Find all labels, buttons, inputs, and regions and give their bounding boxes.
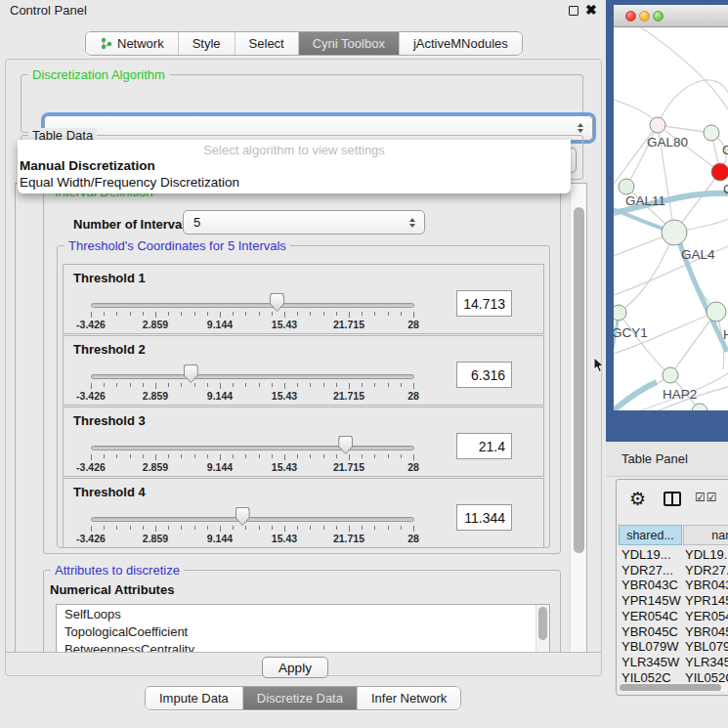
- popup-option[interactable]: Equal Width/Frequency Discretization: [18, 174, 571, 191]
- tab-style[interactable]: Style: [179, 32, 236, 55]
- threshold-label: Threshold 1: [73, 271, 146, 285]
- slider-handle[interactable]: [236, 507, 250, 526]
- tab-infer-network[interactable]: Infer Network: [358, 687, 460, 709]
- slider-tick: [388, 312, 389, 316]
- slider-tick: [272, 454, 273, 458]
- network-node[interactable]: [619, 179, 634, 194]
- cell-shared-name: YPR145W: [621, 593, 681, 608]
- tab-discretize-data[interactable]: Discretize Data: [243, 687, 358, 709]
- slider-tick: [349, 526, 350, 532]
- table-row[interactable]: YDL19...YDL19...: [617, 547, 728, 563]
- popup-options: Manual DiscretizationEqual Width/Frequen…: [18, 157, 571, 191]
- select-columns-icon[interactable]: ☑☑: [695, 491, 718, 504]
- slider-handle[interactable]: [338, 436, 353, 454]
- column-header-shared-name[interactable]: shared...: [619, 525, 682, 545]
- slider-scale-label: 9.144: [207, 390, 233, 402]
- slider-scale-label: 28: [407, 390, 419, 402]
- slider-tick: [272, 312, 273, 316]
- slider-tick: [310, 383, 311, 387]
- attribute-list-item[interactable]: SelfLoops: [57, 605, 549, 622]
- network-node[interactable]: [662, 220, 687, 245]
- threshold-value-field[interactable]: 14.713: [456, 290, 512, 317]
- slider-track[interactable]: [91, 303, 414, 308]
- slider-tick: [297, 526, 298, 530]
- threshold-label: Threshold 2: [73, 342, 146, 357]
- table-row[interactable]: YPR145WYPR145W: [617, 593, 728, 609]
- slider-tick: [233, 454, 234, 458]
- column-header-name[interactable]: name: [683, 525, 728, 545]
- close-icon[interactable]: ✖: [585, 2, 597, 18]
- attributes-scrollbar[interactable]: [535, 605, 549, 653]
- zoom-traffic-light-icon[interactable]: [653, 11, 664, 21]
- slider-tick: [413, 454, 414, 460]
- slider-scale-label: 28: [407, 533, 419, 544]
- threshold-box: Threshold 1-3.4262.8599.14415.4321.71528…: [63, 264, 544, 334]
- threshold-box: Threshold 3-3.4262.8599.14415.4321.71528…: [63, 407, 544, 477]
- network-node[interactable]: [707, 302, 726, 321]
- number-of-intervals-combobox[interactable]: 5: [183, 210, 425, 235]
- table-scrollbar-thumb[interactable]: [620, 684, 721, 691]
- threshold-value-field[interactable]: 6.316: [456, 362, 512, 388]
- apply-button[interactable]: Apply: [262, 657, 328, 678]
- minimize-traffic-light-icon[interactable]: [639, 11, 650, 21]
- numerical-attributes-list[interactable]: SelfLoopsTopologicalCoefficientBetweenne…: [56, 604, 550, 653]
- slider-track[interactable]: [91, 374, 414, 379]
- network-node[interactable]: [711, 163, 728, 181]
- slider-tick: [323, 526, 324, 530]
- cell-name: YDL19...: [685, 547, 728, 562]
- attributes-scrollbar-thumb[interactable]: [538, 607, 547, 640]
- slider-tick: [220, 454, 221, 460]
- attribute-list-item[interactable]: TopologicalCoefficient: [57, 622, 549, 640]
- slider-tick: [336, 526, 337, 530]
- threshold-value-field[interactable]: 21.4: [456, 433, 512, 459]
- network-node[interactable]: [663, 367, 678, 383]
- viewport-scrollbar[interactable]: [570, 184, 586, 652]
- table-row[interactable]: YBL079WYBL079W: [617, 639, 728, 655]
- mouse-cursor: [593, 357, 605, 373]
- table-row[interactable]: YBR043CYBR043C: [617, 578, 728, 593]
- tab-network[interactable]: Network: [86, 32, 179, 55]
- slider-tick: [349, 454, 350, 460]
- network-node[interactable]: [704, 125, 719, 141]
- split-columns-icon[interactable]: [664, 492, 681, 506]
- slider-tick: [155, 312, 156, 318]
- slider-tick: [374, 312, 375, 316]
- slider-tick: [220, 526, 221, 532]
- slider-tick: [388, 383, 389, 387]
- table-row[interactable]: YBR045CYBR045C: [617, 624, 728, 640]
- network-node-label: GAL80: [647, 135, 688, 150]
- slider-handle[interactable]: [184, 364, 198, 383]
- network-canvas[interactable]: GAL80GALGAL11CGAL4GCY1HHAP2: [614, 27, 728, 410]
- network-node-label: GCY1: [614, 325, 648, 340]
- cell-name: YLR345W: [685, 655, 728, 669]
- slider-tick: [336, 454, 337, 458]
- tab-cyni-toolbox[interactable]: Cyni Toolbox: [299, 32, 400, 55]
- gear-icon[interactable]: ⚙: [629, 488, 646, 510]
- slider-scale-label: 15.43: [272, 533, 297, 544]
- viewport-scrollbar-thumb[interactable]: [574, 207, 584, 553]
- network-node[interactable]: [614, 305, 626, 321]
- table-horizontal-scrollbar[interactable]: [619, 683, 728, 692]
- discretization-algorithm-group: Discretization Algorithm: [21, 74, 583, 133]
- slider-tick: [116, 383, 117, 387]
- slider-handle[interactable]: [270, 293, 284, 312]
- tab-select[interactable]: Select: [236, 32, 299, 55]
- slider-tick: [207, 383, 208, 387]
- slider-scale-label: 15.43: [272, 390, 297, 402]
- slider-track[interactable]: [91, 517, 414, 522]
- tab-jactivemnodules[interactable]: jActiveMNodules: [400, 32, 522, 55]
- table-row[interactable]: YER054CYER054C: [617, 609, 728, 624]
- table-row[interactable]: YLR345WYLR345W: [617, 655, 728, 670]
- network-node[interactable]: [650, 117, 665, 133]
- table-row[interactable]: YDR27...YDR27...: [617, 563, 728, 578]
- tab-impute-data[interactable]: Impute Data: [146, 687, 243, 709]
- threshold-box: Threshold 4-3.4262.8599.14415.4321.71528…: [63, 478, 544, 548]
- popup-option[interactable]: Manual Discretization: [18, 157, 571, 174]
- float-window-icon[interactable]: [569, 6, 578, 16]
- slider-tick: [168, 526, 169, 530]
- slider-track[interactable]: [91, 446, 414, 450]
- close-traffic-light-icon[interactable]: [625, 11, 636, 21]
- threshold-label: Threshold 4: [73, 485, 146, 499]
- cell-shared-name: YLR345W: [621, 655, 679, 669]
- threshold-value-field[interactable]: 11.344: [456, 504, 512, 531]
